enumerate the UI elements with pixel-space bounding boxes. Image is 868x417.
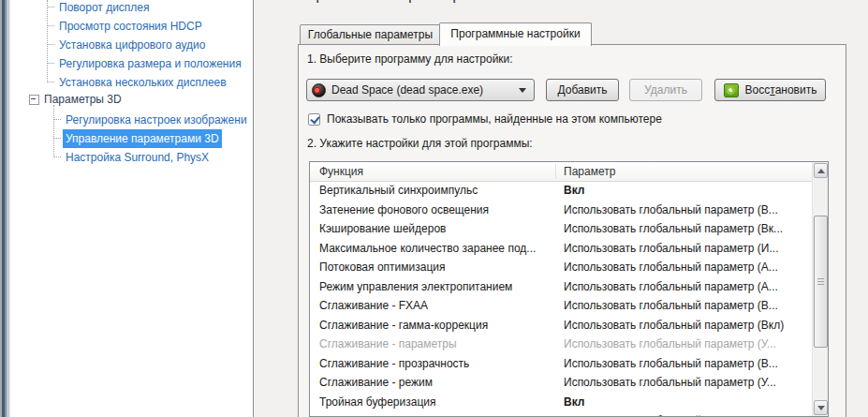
sidebar-item-label: Управление параметрами 3D bbox=[63, 129, 222, 148]
sidebar-item-label: Регулировка настроек изображени bbox=[63, 111, 250, 129]
nvidia-control-panel-window: Поворот дисплея Просмотр состояния HDCP … bbox=[0, 0, 868, 417]
tree-stub bbox=[47, 82, 54, 82]
program-select-value: Dead Space (dead space.exe) bbox=[331, 83, 519, 97]
sidebar-item-digital-audio[interactable]: Установка цифрового аудио bbox=[47, 35, 208, 53]
table-row[interactable]: Сглаживание - параметрыИспользовать глоб… bbox=[310, 335, 812, 354]
step2-label: 2. Укажите настройки для этой программы: bbox=[307, 137, 533, 150]
add-button[interactable]: Добавить bbox=[546, 79, 619, 101]
tree-stub bbox=[47, 63, 54, 64]
table-row[interactable]: Сглаживание - прозрачностьИспользовать г… bbox=[310, 354, 812, 374]
chevron-down-icon bbox=[519, 88, 526, 93]
table-row[interactable]: Затенение фонового освещенияИспользовать… bbox=[310, 201, 812, 220]
settings-table-header: Функция Параметр bbox=[310, 162, 812, 182]
show-only-found-programs-row: Показывать только программы, найденные н… bbox=[308, 112, 662, 126]
sidebar-item-label: Регулировка размера и положения bbox=[56, 54, 244, 73]
column-divider bbox=[555, 164, 556, 179]
tree-stub bbox=[53, 119, 61, 120]
scroll-down-button[interactable] bbox=[814, 400, 828, 415]
restore-button-label: Восстановить bbox=[745, 83, 817, 97]
tree-stub bbox=[47, 7, 54, 7]
show-only-found-programs-checkbox[interactable] bbox=[308, 113, 320, 126]
sidebar-item-manage-3d-settings[interactable]: Управление параметрами 3D bbox=[53, 128, 222, 147]
table-row[interactable]: Кэширование шейдеровИспользовать глобаль… bbox=[310, 219, 812, 239]
sidebar-item-multiple-displays[interactable]: Установка нескольких дисплеев bbox=[47, 72, 229, 91]
table-row[interactable]: Максимальное количество заранее под...Ис… bbox=[310, 239, 812, 259]
scrollbar-grip-icon bbox=[817, 278, 824, 286]
settings-table-body: Вертикальный синхроимпульсВкл Затенение … bbox=[310, 181, 812, 416]
tree-stub bbox=[53, 138, 61, 139]
column-header-parameter[interactable]: Параметр bbox=[564, 162, 615, 181]
page-title: Управление параметрами 3D bbox=[298, 0, 515, 5]
arrow-up-icon bbox=[817, 169, 825, 173]
sidebar-item-label: Настройка Surround, PhysX bbox=[63, 148, 212, 167]
sidebar-item-size-position[interactable]: Регулировка размера и положения bbox=[47, 53, 244, 72]
arrow-down-icon bbox=[817, 406, 825, 410]
tree-stub bbox=[47, 25, 54, 26]
tree-stub bbox=[53, 156, 61, 157]
nvidia-logo-icon bbox=[724, 83, 739, 97]
column-header-function[interactable]: Функция bbox=[319, 162, 363, 181]
nav-tree: Поворот дисплея Просмотр состояния HDCP … bbox=[11, 0, 253, 417]
scroll-up-button[interactable] bbox=[814, 163, 828, 178]
window-edge bbox=[0, 0, 11, 417]
sidebar-group-label: Параметры 3D bbox=[44, 93, 122, 106]
sidebar-item-label: Установка цифрового аудио bbox=[56, 36, 208, 54]
program-select[interactable]: Dead Space (dead space.exe) bbox=[306, 79, 535, 101]
table-row[interactable]: Сглаживание - режимИспользовать глобальн… bbox=[310, 373, 812, 393]
table-row[interactable]: Сглаживание - FXAAИспользовать глобальны… bbox=[310, 296, 812, 316]
sidebar-item-label: Поворот дисплея bbox=[56, 0, 153, 17]
sidebar-group-3d-settings[interactable]: Параметры 3D bbox=[29, 90, 122, 109]
restore-button[interactable]: Восстановить bbox=[714, 79, 826, 101]
settings-table: Функция Параметр Вертикальный синхроимпу… bbox=[309, 161, 829, 417]
table-scrollbar[interactable] bbox=[812, 162, 828, 416]
sidebar-item-label: Просмотр состояния HDCP bbox=[56, 17, 205, 36]
sidebar-item-label: Установка нескольких дисплеев bbox=[56, 73, 229, 92]
tree-stub bbox=[47, 44, 54, 45]
table-row[interactable]: Сглаживание - гамма-коррекцияИспользоват… bbox=[310, 316, 812, 335]
table-row[interactable]: Тройная буферизацияВкл bbox=[310, 393, 812, 412]
nav-sidebar: Поворот дисплея Просмотр состояния HDCP … bbox=[11, 0, 254, 417]
table-row[interactable]: Вертикальный синхроимпульсВкл bbox=[310, 181, 812, 201]
sidebar-item-surround-physx[interactable]: Настройка Surround, PhysX bbox=[53, 147, 212, 166]
table-row[interactable]: Потоковая оптимизацияИспользовать глобал… bbox=[310, 258, 812, 277]
sidebar-item-display-rotation[interactable]: Поворот дисплея bbox=[47, 0, 153, 16]
sidebar-item-hdcp-status[interactable]: Просмотр состояния HDCP bbox=[47, 16, 205, 35]
tab-global-settings[interactable]: Глобальные параметры bbox=[300, 24, 441, 45]
dead-space-app-icon bbox=[312, 83, 326, 97]
scrollbar-thumb[interactable] bbox=[814, 216, 828, 348]
table-row[interactable]: Режим управления электропитаниемИспользо… bbox=[310, 277, 812, 297]
sidebar-item-adjust-image-settings[interactable]: Регулировка настроек изображени bbox=[53, 110, 250, 128]
tab-program-settings[interactable]: Программные настройки bbox=[439, 22, 592, 46]
checkbox-label: Показывать только программы, найденные н… bbox=[327, 112, 662, 126]
remove-button[interactable]: Удалить bbox=[629, 79, 702, 101]
table-row[interactable]: Ускорение нескольких дисплеев/смеша...Ис… bbox=[310, 411, 812, 416]
collapse-minus-icon[interactable] bbox=[29, 95, 39, 105]
step1-label: 1. Выберите программу для настройки: bbox=[307, 52, 513, 66]
